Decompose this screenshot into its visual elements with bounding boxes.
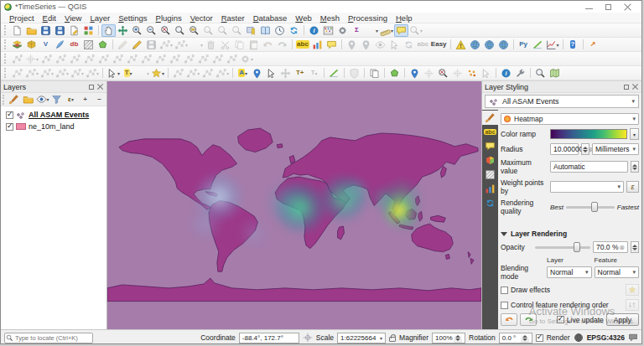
color-ramp-preview[interactable] — [550, 129, 627, 139]
radius-input[interactable]: 10.000000 ⊗ — [550, 143, 579, 155]
move-node-icon[interactable] — [210, 53, 225, 65]
zoom-next-icon[interactable] — [230, 24, 244, 37]
rotate-label-icon[interactable] — [402, 39, 416, 51]
save-project-as-icon[interactable] — [53, 24, 67, 37]
profile-tool-icon[interactable] — [531, 39, 545, 51]
opacity-slider[interactable] — [535, 242, 590, 252]
render-checkbox[interactable] — [536, 334, 543, 342]
paste-features-icon[interactable] — [247, 39, 261, 51]
feature-blend-combo[interactable]: Normal ▾ — [595, 266, 640, 278]
extents-icon[interactable] — [303, 333, 313, 343]
offset-label-icon[interactable] — [278, 67, 293, 80]
duplicate-view-icon[interactable] — [367, 67, 382, 80]
tab-callouts[interactable] — [482, 139, 498, 153]
processing-options-icon[interactable] — [335, 24, 350, 37]
weight-points-combo[interactable]: ▾ — [550, 181, 624, 193]
refresh-map-icon[interactable] — [287, 24, 301, 37]
open-styling-panel-icon[interactable] — [7, 93, 21, 106]
draw-effects-checkbox[interactable] — [501, 287, 508, 294]
menu-vector[interactable]: Vector — [186, 13, 217, 23]
maximum-value-stepper[interactable] — [631, 161, 639, 173]
renderer-combo[interactable]: Heatmap ▾ — [501, 113, 639, 125]
circular-radius-icon[interactable]: ▾ — [24, 67, 39, 80]
raster-tools-icon[interactable] — [171, 67, 185, 80]
enable-advanced-digitizing-icon[interactable] — [10, 53, 24, 65]
new-spatialite-icon[interactable] — [53, 39, 67, 51]
statistics-icon[interactable]: Σ — [350, 24, 364, 37]
temporal-controller-icon[interactable] — [273, 24, 287, 37]
redo-style-button[interactable] — [520, 313, 537, 326]
identify-green-icon[interactable] — [533, 67, 548, 80]
python-console-icon[interactable]: Py — [517, 39, 531, 51]
menu-layer[interactable]: Layer — [86, 13, 114, 23]
data-source-manager-icon[interactable] — [10, 39, 24, 51]
zoom-to-selection-icon[interactable] — [173, 24, 187, 37]
color-ramp-menu-button[interactable]: ▾ — [630, 128, 639, 140]
identify-features-icon[interactable] — [307, 24, 321, 37]
save-project-icon[interactable] — [39, 24, 53, 37]
live-update-checkbox[interactable] — [557, 316, 564, 323]
crs-value[interactable]: EPSG:4326 — [587, 333, 625, 342]
delete-selected-icon[interactable] — [204, 39, 218, 51]
expression-button[interactable]: ε — [626, 181, 639, 193]
new-bookmark-icon[interactable] — [244, 24, 258, 37]
clear-icon[interactable]: ⊗ — [619, 244, 625, 251]
layer-item-ne-10m-land[interactable]: ne_10m_land — [6, 121, 106, 132]
help-contents-icon[interactable]: ? — [566, 39, 580, 51]
new-mssql-icon[interactable]: db — [67, 39, 81, 51]
globe-plugin-icon[interactable] — [496, 39, 511, 51]
easy-custom-labeling-icon[interactable]: Easy — [430, 39, 448, 51]
plain-cursor-icon[interactable] — [479, 67, 493, 80]
quickmap-services-icon[interactable] — [468, 39, 482, 51]
perpendicular-point-icon[interactable] — [54, 53, 68, 65]
tab-history[interactable] — [482, 196, 498, 210]
new-geopackage-icon[interactable] — [24, 39, 39, 51]
current-edits-icon[interactable] — [116, 39, 130, 51]
menu-edit[interactable]: Edit — [39, 13, 60, 23]
table-view-icon[interactable]: ▾ — [364, 24, 379, 37]
snap-angle-icon[interactable] — [82, 53, 96, 65]
svg-annotation-icon[interactable]: ▾ — [150, 67, 165, 80]
new-project-icon[interactable] — [10, 24, 24, 37]
digitize-feature-icon[interactable]: ▾ — [158, 39, 174, 51]
vertex-tool-icon[interactable]: ▾ — [174, 39, 189, 51]
apply-button[interactable]: Apply — [606, 313, 639, 326]
opacity-stepper[interactable] — [631, 241, 639, 253]
radius-unit-combo[interactable]: Millimeters ▾ — [592, 143, 639, 155]
menu-raster[interactable]: Raster — [217, 13, 249, 23]
crs-globe-icon[interactable] — [574, 333, 584, 343]
pin-feature-icon[interactable] — [408, 67, 422, 80]
measure-icon[interactable]: ▾ — [379, 24, 394, 37]
copy-features-icon[interactable] — [232, 39, 247, 51]
show-bookmarks-icon[interactable] — [258, 24, 273, 37]
open-project-icon[interactable] — [24, 24, 39, 37]
data-plot-icon[interactable]: ▾ — [545, 39, 560, 51]
topology-checker-icon[interactable] — [454, 39, 468, 51]
menu-help[interactable]: Help — [392, 13, 417, 23]
show-hide-labels-icon[interactable] — [373, 39, 387, 51]
feature-order-checkbox[interactable] — [501, 302, 508, 309]
messages-icon[interactable] — [628, 333, 638, 343]
maximum-value-input[interactable]: Automatic — [550, 161, 628, 173]
minimize-icon[interactable] — [585, 3, 593, 11]
move-label-icon[interactable] — [387, 39, 402, 51]
layer-visibility-checkbox[interactable] — [6, 123, 13, 131]
tab-symbology[interactable] — [482, 111, 498, 125]
offset-curve-icon[interactable] — [153, 53, 168, 65]
slope-tool-icon[interactable] — [327, 67, 341, 80]
quickmap-search-icon[interactable] — [482, 39, 496, 51]
georef-icon[interactable] — [200, 67, 215, 80]
new-map-view-icon[interactable]: ▾ — [408, 24, 423, 37]
cut-features-icon[interactable] — [218, 39, 232, 51]
close-panel-icon[interactable] — [632, 84, 639, 90]
select-node-icon[interactable] — [225, 53, 239, 65]
label-callouts-icon[interactable] — [325, 39, 339, 51]
tab-labels[interactable]: abc — [482, 125, 498, 139]
zoom-to-layer-icon[interactable] — [187, 24, 201, 37]
parallel-point-icon[interactable] — [39, 53, 54, 65]
zoom-to-feature-icon[interactable] — [436, 67, 450, 80]
cad-settings-icon[interactable]: ▾ — [239, 53, 254, 65]
crosshair-tool-icon[interactable] — [422, 67, 436, 80]
floater-icon[interactable] — [96, 53, 111, 65]
map-editor-icon[interactable] — [548, 67, 562, 80]
